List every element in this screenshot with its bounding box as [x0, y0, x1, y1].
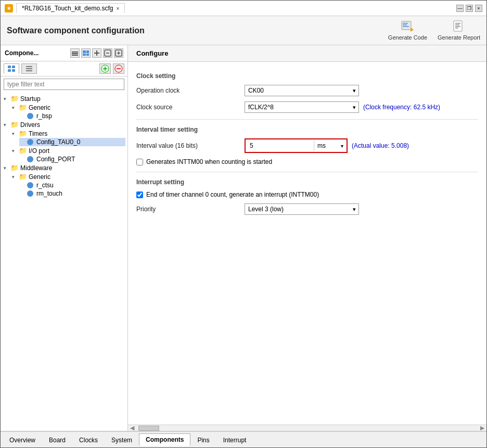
tab-components[interactable]: Components [139, 433, 190, 446]
tree-label-generic-startup: Generic [29, 104, 50, 111]
svg-rect-16 [86, 54, 89, 56]
tab-overview[interactable]: Overview [3, 434, 42, 446]
folder-icon-drivers: 📁 [10, 121, 19, 129]
svg-rect-0 [402, 21, 411, 30]
timers-children: Config_TAU0_0 [11, 138, 125, 146]
startup-children: ▾ 📁 Generic r_bsp [3, 103, 125, 120]
tree-item-generic-middleware[interactable]: ▾ 📁 Generic [11, 172, 125, 181]
sidebar-icon2[interactable] [81, 48, 91, 58]
svg-rect-15 [83, 54, 86, 56]
priority-select[interactable]: Level 0 (highest) Level 1 Level 2 Level … [245, 203, 359, 215]
add-component-button[interactable] [99, 63, 111, 74]
operation-clock-select[interactable]: CK00 CK01 CK02 CK03 [245, 85, 359, 96]
generates-inttm00-checkbox[interactable] [136, 159, 143, 165]
restore-button[interactable]: ❐ [466, 5, 473, 12]
svg-rect-12 [72, 55, 78, 56]
chevron-spacer5 [20, 191, 25, 196]
clock-freq-note: (Clock frequency: 62.5 kHz) [363, 104, 440, 111]
divider2 [136, 172, 478, 172]
tree-item-config-tau0-0[interactable]: Config_TAU0_0 [19, 138, 125, 146]
list-view-tab[interactable] [21, 63, 37, 74]
sidebar-toolbar [1, 61, 127, 76]
tree-label-config-tau0-0: Config_TAU0_0 [36, 138, 81, 146]
horizontal-scrollbar[interactable]: ◀ ▶ [128, 425, 486, 431]
chevron-io-port: ▾ [12, 148, 17, 153]
generate-report-button[interactable]: Generate Report [438, 20, 480, 41]
io-port-children: Config_PORT [11, 155, 125, 163]
end-of-timer-checkbox[interactable] [136, 191, 143, 198]
svg-rect-27 [12, 69, 15, 72]
tab-pins[interactable]: Pins [190, 434, 216, 446]
clock-source-select[interactable]: fCLK/2^8 fCLK/2^9 fCLK/2^10 [245, 101, 359, 113]
file-icon-config-port [27, 156, 33, 162]
clock-source-row: Clock source fCLK/2^8 fCLK/2^9 fCLK/2^10… [136, 101, 478, 113]
content-area: Compone... [1, 45, 486, 431]
tree-label-drivers: Drivers [20, 121, 40, 129]
close-button[interactable]: × [475, 5, 482, 12]
chevron-generic-middleware: ▾ [12, 174, 17, 180]
sidebar-icon3[interactable] [92, 48, 101, 58]
filter-input[interactable] [4, 79, 124, 90]
sidebar-icon1[interactable] [70, 48, 80, 58]
middleware-children: ▾ 📁 Generic r_ctsu rm_to [3, 172, 125, 198]
tree-item-r_ctsu[interactable]: r_ctsu [19, 181, 125, 189]
header-actions: Generate Code Generate Report [388, 20, 480, 41]
interval-value-input[interactable] [247, 140, 314, 151]
main-header: Software component configuration Generat… [1, 16, 486, 45]
tree-label-generic-middleware: Generic [29, 173, 50, 181]
folder-icon-io-port: 📁 [19, 147, 27, 155]
tree-item-r_bsp[interactable]: r_bsp [19, 112, 125, 120]
tree-item-config-port[interactable]: Config_PORT [19, 155, 125, 163]
tree-item-startup[interactable]: ▾ 📁 Startup [3, 94, 125, 103]
chevron-drivers: ▾ [4, 122, 9, 127]
tab-system[interactable]: System [105, 434, 139, 446]
tree-item-io-port[interactable]: ▾ 📁 I/O port [11, 146, 125, 155]
tree-item-timers[interactable]: ▾ 📁 Timers [11, 129, 125, 138]
drivers-children: ▾ 📁 Timers Config_TAU0_0 ▾ 📁 [3, 129, 125, 163]
remove-component-button[interactable] [113, 63, 124, 74]
tree-label-config-port: Config_PORT [36, 156, 75, 163]
operation-clock-select-wrapper: CK00 CK01 CK02 CK03 [245, 85, 359, 96]
sidebar-icon5[interactable] [114, 48, 123, 58]
svg-rect-7 [455, 24, 459, 25]
file-icon-config-tau0-0 [27, 139, 33, 145]
tree-item-generic-startup[interactable]: ▾ 📁 Generic [11, 103, 125, 112]
tree-item-middleware[interactable]: ▾ 📁 Middleware [3, 163, 125, 172]
tree-item-drivers[interactable]: ▾ 📁 Drivers [3, 120, 125, 129]
tab-clocks[interactable]: Clocks [72, 434, 105, 446]
svg-rect-9 [455, 28, 458, 29]
chevron-spacer3 [20, 157, 25, 162]
chevron-spacer1 [20, 113, 25, 119]
minimize-button[interactable]: — [456, 5, 464, 12]
file-icon-r_ctsu [27, 182, 33, 188]
divider1 [136, 119, 478, 120]
scroll-thumb[interactable] [138, 426, 159, 431]
tab-board[interactable]: Board [42, 434, 72, 446]
component-tree: ▾ 📁 Startup ▾ 📁 Generic r_bsp [1, 92, 127, 431]
chevron-middleware: ▾ [4, 165, 9, 171]
scroll-left-arrow[interactable]: ◀ [128, 425, 136, 431]
end-of-timer-label: End of timer channel 0 count, generate a… [146, 191, 319, 198]
generate-code-label: Generate Code [388, 34, 427, 41]
configure-panel: Configure Clock setting Operation clock … [128, 45, 486, 431]
clock-section-title: Clock setting [136, 72, 478, 80]
sidebar-icon4[interactable] [103, 48, 112, 58]
folder-icon-startup: 📁 [10, 95, 19, 103]
bottom-tab-bar: Overview Board Clocks System Components … [1, 431, 486, 447]
scroll-right-arrow[interactable]: ▶ [478, 425, 486, 431]
generate-code-icon [400, 20, 415, 33]
tree-item-rm_touch[interactable]: rm_touch [19, 189, 125, 198]
interval-value-label: Interval value (16 bits) [136, 142, 240, 149]
unit-select[interactable]: ms us s [314, 140, 345, 151]
file-icon-rm_touch [27, 190, 33, 197]
components-view-tab[interactable] [4, 63, 19, 74]
tab-interrupt[interactable]: Interrupt [216, 434, 253, 446]
chevron-startup: ▾ [4, 96, 9, 101]
tab-close-icon[interactable]: × [116, 6, 119, 11]
tree-label-r_ctsu: r_ctsu [36, 182, 54, 189]
interrupt-section-title: Interrupt setting [136, 178, 478, 186]
priority-row: Priority Level 0 (highest) Level 1 Level… [136, 203, 478, 215]
title-tab[interactable]: *RL78G16_Touch_kit_demo.scfg × [16, 3, 125, 13]
chevron-generic-startup: ▾ [12, 105, 17, 110]
generate-code-button[interactable]: Generate Code [388, 20, 427, 41]
